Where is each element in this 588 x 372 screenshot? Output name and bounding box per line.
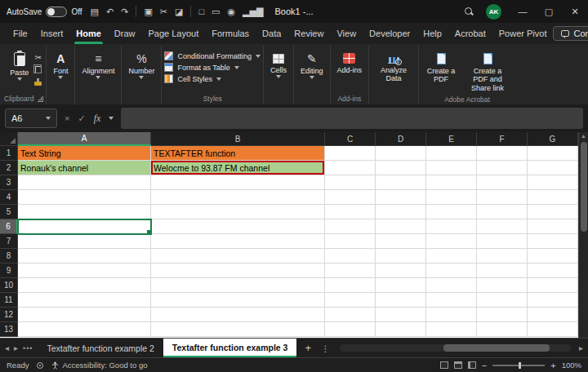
row-header-7[interactable]: 7 bbox=[0, 234, 18, 249]
account-avatar[interactable]: AK bbox=[486, 4, 501, 20]
print-icon[interactable]: ▭ bbox=[212, 7, 220, 17]
cell-F12[interactable] bbox=[477, 308, 528, 322]
cell-D7[interactable] bbox=[376, 234, 426, 249]
menu-tab-draw[interactable]: Draw bbox=[108, 23, 142, 44]
new-file-icon[interactable]: □ bbox=[198, 7, 204, 16]
cell-A11[interactable] bbox=[18, 293, 151, 308]
cells-button[interactable]: Cells bbox=[266, 47, 291, 80]
cell-G2[interactable] bbox=[528, 161, 578, 175]
cell-C1[interactable] bbox=[325, 146, 376, 161]
cell-A9[interactable] bbox=[18, 264, 151, 278]
cell-B11[interactable] bbox=[151, 293, 325, 308]
cell-E1[interactable] bbox=[426, 146, 477, 161]
menu-tab-file[interactable]: File bbox=[7, 23, 34, 44]
cell-C6[interactable] bbox=[325, 219, 376, 234]
row-header-10[interactable]: 10 bbox=[0, 278, 18, 293]
row-header-5[interactable]: 5 bbox=[0, 205, 18, 219]
zoom-slider[interactable] bbox=[492, 365, 545, 366]
cell-A12[interactable] bbox=[18, 308, 151, 322]
vertical-scroll-thumb[interactable] bbox=[581, 142, 587, 232]
row-header-13[interactable]: 13 bbox=[0, 322, 18, 337]
cell-G13[interactable] bbox=[528, 322, 578, 337]
cell-F13[interactable] bbox=[477, 322, 528, 337]
copy-icon[interactable]: ▣ bbox=[144, 7, 152, 17]
horizontal-scrollbar[interactable] bbox=[340, 344, 571, 352]
sheet-menu-icon[interactable]: ⋮ bbox=[319, 343, 332, 353]
alignment-button[interactable]: ≡ Alignment bbox=[78, 47, 118, 81]
sheet-tab-textafter-function-example-3[interactable]: Textafter function example 3 bbox=[163, 339, 297, 357]
name-box[interactable]: A6 bbox=[5, 108, 57, 128]
cell-E11[interactable] bbox=[426, 293, 477, 308]
cell-C13[interactable] bbox=[325, 322, 376, 337]
cell-G11[interactable] bbox=[528, 293, 578, 308]
cell-B6[interactable] bbox=[151, 219, 325, 234]
row-header-3[interactable]: 3 bbox=[0, 175, 18, 190]
page-break-view-icon[interactable] bbox=[468, 361, 476, 369]
select-all-corner[interactable] bbox=[0, 132, 18, 146]
cell-D10[interactable] bbox=[376, 278, 426, 293]
cell-C4[interactable] bbox=[325, 190, 376, 205]
cell-C11[interactable] bbox=[325, 293, 376, 308]
cancel-entry-icon[interactable]: × bbox=[65, 113, 69, 123]
cell-C8[interactable] bbox=[325, 249, 376, 264]
search-icon[interactable] bbox=[464, 7, 474, 17]
column-header-B[interactable]: B bbox=[151, 132, 325, 146]
cell-C10[interactable] bbox=[325, 278, 376, 293]
cell-F9[interactable] bbox=[477, 264, 528, 278]
cell-B1[interactable]: TEXTAFTER function bbox=[151, 146, 325, 161]
sheet-overflow-icon[interactable]: ••• bbox=[23, 344, 33, 352]
menu-tab-view[interactable]: View bbox=[330, 23, 363, 44]
horizontal-scroll-thumb[interactable] bbox=[443, 344, 550, 352]
cell-F7[interactable] bbox=[477, 234, 528, 249]
menu-tab-help[interactable]: Help bbox=[416, 23, 448, 44]
menu-tab-review[interactable]: Review bbox=[287, 23, 330, 44]
accessibility-status[interactable]: Accessibility: Good to go bbox=[51, 361, 147, 370]
cell-B7[interactable] bbox=[151, 234, 325, 249]
create-pdf-button[interactable]: Create a PDF bbox=[421, 47, 461, 86]
cell-F5[interactable] bbox=[477, 205, 528, 219]
cell-C5[interactable] bbox=[325, 205, 376, 219]
paste-button[interactable]: Paste bbox=[6, 47, 33, 82]
cell-E2[interactable] bbox=[426, 161, 477, 175]
cell-E5[interactable] bbox=[426, 205, 477, 219]
cell-E9[interactable] bbox=[426, 264, 477, 278]
column-header-E[interactable]: E bbox=[426, 132, 477, 146]
undo-icon[interactable]: ↶ bbox=[106, 7, 114, 17]
cell-E8[interactable] bbox=[426, 249, 477, 264]
conditional-formatting-button[interactable]: Conditional Formatting bbox=[164, 51, 261, 60]
editing-button[interactable]: ✎ Editing bbox=[296, 47, 327, 81]
scroll-right-icon[interactable]: ▸ bbox=[579, 343, 583, 352]
cell-D12[interactable] bbox=[376, 308, 426, 322]
addins-button[interactable]: Add-ins bbox=[333, 47, 367, 76]
cell-F4[interactable] bbox=[477, 190, 528, 205]
cell-B13[interactable] bbox=[151, 322, 325, 337]
cell-C9[interactable] bbox=[325, 264, 376, 278]
cell-D9[interactable] bbox=[376, 264, 426, 278]
vertical-scrollbar[interactable]: ▲ bbox=[578, 132, 588, 338]
column-header-D[interactable]: D bbox=[376, 132, 426, 146]
cell-A4[interactable] bbox=[18, 190, 151, 205]
autosave-toggle[interactable]: AutoSave Off bbox=[7, 7, 82, 17]
cell-G12[interactable] bbox=[528, 308, 578, 322]
cell-E12[interactable] bbox=[426, 308, 477, 322]
cell-A2[interactable]: Ronauk's channel bbox=[18, 161, 151, 175]
cell-B4[interactable] bbox=[151, 190, 325, 205]
cell-C12[interactable] bbox=[325, 308, 376, 322]
cell-A1[interactable]: Text String bbox=[18, 146, 151, 161]
cell-F10[interactable] bbox=[477, 278, 528, 293]
zoom-in-icon[interactable]: + bbox=[550, 361, 555, 370]
cell-F8[interactable] bbox=[477, 249, 528, 264]
dialog-launcher-icon[interactable] bbox=[38, 96, 43, 102]
cell-A7[interactable] bbox=[18, 234, 151, 249]
page-layout-view-icon[interactable] bbox=[454, 361, 462, 369]
cut-icon[interactable]: ✂ bbox=[160, 7, 167, 17]
scroll-up-icon[interactable]: ▲ bbox=[581, 132, 586, 140]
cell-E3[interactable] bbox=[426, 175, 477, 190]
format-painter-icon[interactable]: ◪ bbox=[175, 7, 183, 17]
column-header-F[interactable]: F bbox=[477, 132, 528, 146]
normal-view-icon[interactable] bbox=[440, 361, 448, 369]
cell-G1[interactable] bbox=[528, 146, 578, 161]
menu-tab-data[interactable]: Data bbox=[256, 23, 287, 44]
cell-B10[interactable] bbox=[151, 278, 325, 293]
comments-button[interactable]: Comments bbox=[553, 26, 588, 41]
